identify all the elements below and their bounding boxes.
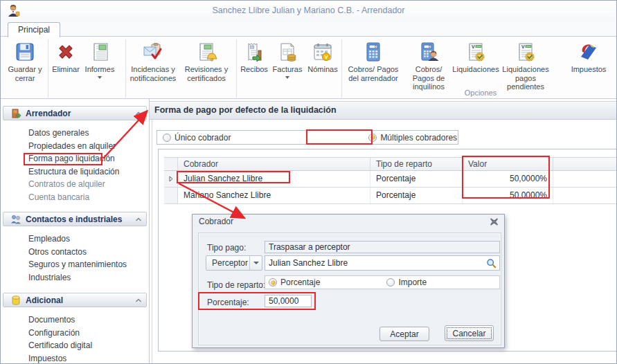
ribbon-button-label: Revisiones y certificados — [179, 65, 234, 82]
column-header-cobrador[interactable]: Cobrador — [178, 158, 370, 170]
sidebar-item-impuestos[interactable]: Impuestos — [1, 352, 149, 364]
invoice-coins-icon — [276, 41, 298, 63]
close-icon[interactable] — [490, 218, 499, 226]
table-header-row: Cobrador Tipo de reparto Valor — [164, 157, 617, 171]
radio-importe[interactable]: Importe — [386, 277, 427, 287]
dropdown-arrow-icon — [285, 76, 289, 79]
dropdown-arrow-icon — [98, 76, 102, 79]
ribbon-button-label: Guardar y cerrar — [5, 65, 45, 82]
delete-icon — [55, 41, 77, 63]
sidebar-item-estructura-de-liquidacion[interactable]: Estructura de liquidación — [1, 165, 149, 179]
sidebar-item-cuenta-bancaria[interactable]: Cuenta bancaria — [1, 191, 149, 204]
chevron-up-icon — [135, 217, 142, 222]
sidebar-item-industriales[interactable]: Industriales — [1, 271, 149, 284]
pending-liquidations-button[interactable]: V Liquidaciones pagos pendientes — [498, 39, 553, 92]
report-icon — [89, 41, 111, 63]
radio-circle-icon — [163, 134, 171, 142]
revisions-certificates-button[interactable]: Revisiones y certificados — [179, 39, 234, 92]
app-window: Sanchez Llibre Julian y Mariano C.B. - A… — [0, 0, 617, 364]
incidents-notifications-button[interactable]: Incidencias y notificaciones — [129, 39, 177, 92]
cell-valor: 50,0000% — [463, 188, 553, 203]
perceptor-field[interactable] — [265, 255, 500, 271]
ribbon-button-label: Incidencias y notificaciones — [129, 65, 177, 82]
chevron-up-icon — [135, 298, 142, 303]
sidebar-item-forma-pago-liquidacion[interactable]: Forma pago liquidación — [1, 152, 149, 165]
cell-tipo-reparto: Porcentaje — [370, 171, 463, 187]
ribbon-button-label: Liquidaciones — [452, 65, 499, 74]
radio-label: Único cobrador — [175, 133, 231, 143]
reparto-options-box: Porcentaje Importe — [265, 275, 500, 289]
combo-arrow-icon — [249, 256, 262, 270]
calculator-icon: 0 — [362, 41, 384, 63]
people-icon — [10, 214, 21, 225]
ribbon-button-label: Cobros/ Pagos del arrendador — [344, 65, 402, 82]
tax-agency-icon — [578, 41, 600, 63]
ribbon-button-label: Recibos — [240, 65, 268, 74]
report-seal-icon: V — [465, 41, 487, 63]
panel-edge — [152, 120, 152, 364]
row-indicator — [164, 188, 178, 203]
perceptor-combo-label: Perceptor — [206, 258, 249, 268]
porcentaje-field[interactable] — [265, 295, 312, 307]
search-icon[interactable] — [486, 258, 497, 269]
perceptor-combo[interactable]: Perceptor — [206, 255, 262, 271]
tipo-pago-field[interactable] — [265, 241, 500, 253]
report-seal-icon: V — [515, 41, 537, 63]
collector-mode-group: Único cobrador Múltiples cobradores — [157, 130, 458, 145]
column-header-valor[interactable]: Valor — [463, 158, 553, 170]
title-bar: Sanchez Llibre Julian y Mariano C.B. - A… — [1, 1, 616, 20]
sidebar-group-contactos[interactable]: Contactos e industriales — [3, 212, 147, 226]
tab-principal[interactable]: Principal — [8, 22, 60, 37]
liquidations-button[interactable]: V Liquidaciones — [455, 39, 497, 92]
svg-text:V: V — [521, 44, 525, 49]
svg-text:V: V — [325, 55, 328, 60]
radio-circle-icon — [269, 278, 277, 286]
receipts-button[interactable]: T Recibos — [239, 39, 269, 92]
sidebar-item-datos-generales[interactable]: Datos generales — [1, 127, 149, 140]
page-title: Forma de pago por defecto de la liquidac… — [150, 101, 616, 120]
table-row[interactable]: Julian Sanchez Llibre Porcentaje 50,0000… — [164, 171, 617, 188]
radio-porcentaje[interactable]: Porcentaje — [269, 277, 320, 287]
reports-button[interactable]: Informes — [82, 39, 118, 92]
save-close-button[interactable]: Guardar y cerrar — [5, 39, 45, 92]
column-header-tipo-de-reparto[interactable]: Tipo de reparto — [370, 158, 463, 170]
radio-label: Porcentaje — [280, 277, 320, 287]
sidebar-item-empleados[interactable]: Empleados — [1, 233, 149, 246]
sidebar-item-configuracion[interactable]: Configuración — [1, 327, 149, 340]
report-bell-icon — [195, 41, 217, 63]
sidebar-group-arrendador[interactable]: Arrendador — [3, 106, 147, 120]
tipo-reparto-label: Tipo de reparto: — [207, 280, 265, 290]
sidebar-item-otros-contactos[interactable]: Otros contactos — [1, 246, 149, 259]
invoices-button[interactable]: Facturas — [271, 39, 304, 92]
row-arrow-icon — [169, 176, 173, 182]
radio-label: Importe — [398, 277, 427, 287]
ribbon-button-label: Impuestos — [571, 65, 607, 74]
payroll-button[interactable]: V Nóminas — [305, 39, 340, 92]
window-title: Sanchez Llibre Julian y Mariano C.B. - A… — [1, 6, 616, 15]
database-icon — [10, 295, 21, 306]
calculator-person-icon: 0 — [418, 41, 440, 63]
ribbon-button-label: Informes — [85, 65, 115, 74]
tenant-payments-button[interactable]: 0 Cobros/ Pagos de inquilinos — [404, 39, 454, 92]
cell-tipo-reparto: Porcentaje — [370, 188, 463, 203]
delete-button[interactable]: Eliminar — [51, 39, 81, 92]
ribbon-group-label: Opciones — [343, 89, 617, 97]
sidebar-item-propiedades-en-alquiler[interactable]: Propiedades en alquiler — [1, 140, 149, 153]
sidebar-group-adicional[interactable]: Adicional — [3, 293, 147, 307]
sidebar-item-contratos-de-alquiler[interactable]: Contratos de alquiler — [1, 178, 149, 191]
taxes-button[interactable]: Impuestos — [564, 39, 613, 92]
sidebar-item-certificado-digital[interactable]: Certificado digital — [1, 339, 149, 352]
ribbon: Guardar y cerrar Eliminar Informes — [1, 37, 616, 99]
tipo-pago-label: Tipo pago: — [207, 243, 246, 253]
landlord-payments-button[interactable]: 0 Cobros/ Pagos del arrendador — [344, 39, 402, 92]
sidebar-item-seguros-y-mantenimientos[interactable]: Seguros y mantenimientos — [1, 258, 149, 271]
table-row[interactable]: Mariano Sanchez Llibre Porcentaje 50,000… — [164, 188, 617, 204]
sidebar-item-documentos[interactable]: Documentos — [1, 313, 149, 327]
row-indicator — [164, 171, 178, 187]
radio-multiples-cobradores[interactable]: Múltiples cobradores — [368, 133, 457, 143]
accept-button[interactable]: Aceptar — [379, 327, 429, 341]
cancel-button[interactable]: Cancelar — [445, 325, 494, 341]
sidebar-group-title: Arrendador — [26, 109, 135, 118]
row-indicator-header — [164, 158, 178, 170]
radio-unico-cobrador[interactable]: Único cobrador — [163, 133, 231, 143]
